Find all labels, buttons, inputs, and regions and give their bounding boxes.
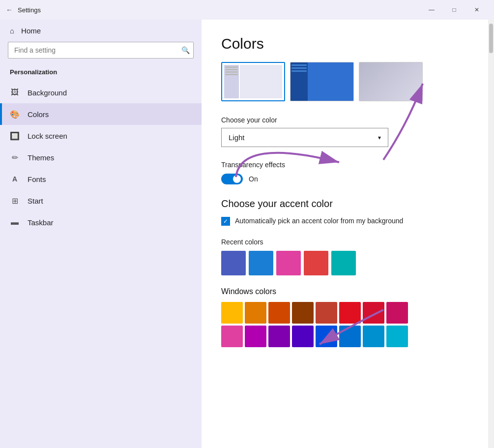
sidebar-item-fonts[interactable]: A Fonts xyxy=(0,168,202,190)
auto-accent-row: ✓ Automatically pick an accent color fro… xyxy=(221,216,474,226)
start-label: Start xyxy=(28,197,43,205)
auto-accent-checkbox[interactable]: ✓ xyxy=(221,217,230,226)
recent-color-0[interactable] xyxy=(221,251,246,275)
win-color-5[interactable] xyxy=(339,302,361,324)
themes-icon: ✏ xyxy=(10,152,20,162)
color-dropdown-value: Light xyxy=(229,133,245,142)
lockscreen-label: Lock screen xyxy=(28,132,67,140)
win-color-7[interactable] xyxy=(386,302,408,324)
colors-label: Colors xyxy=(28,110,49,119)
app-title: Settings xyxy=(18,6,420,14)
sidebar-home[interactable]: ⌂ Home xyxy=(0,20,202,42)
back-button[interactable]: ← xyxy=(6,6,13,14)
win-color-8[interactable] xyxy=(221,326,243,347)
win-color-9[interactable] xyxy=(245,326,266,347)
win-color-6[interactable] xyxy=(363,302,384,324)
win-color-0[interactable] xyxy=(221,302,243,324)
checkmark-icon: ✓ xyxy=(223,218,228,225)
win-color-15[interactable] xyxy=(386,326,408,347)
taskbar-label: Taskbar xyxy=(28,218,54,227)
chevron-down-icon: ▾ xyxy=(378,134,381,141)
sidebar-search-container: 🔍 xyxy=(8,42,194,59)
themes-label: Themes xyxy=(28,153,54,162)
close-button[interactable]: ✕ xyxy=(465,0,488,20)
win-color-1[interactable] xyxy=(245,302,266,324)
windows-colors-label: Windows colors xyxy=(221,287,474,296)
win-color-11[interactable] xyxy=(292,326,314,347)
background-label: Background xyxy=(28,89,67,97)
sidebar-item-themes[interactable]: ✏ Themes xyxy=(0,147,202,168)
accent-color-title: Choose your accent color xyxy=(221,198,474,209)
fonts-label: Fonts xyxy=(28,175,46,183)
theme-preview-dark[interactable] xyxy=(290,62,354,101)
toggle-on-label: On xyxy=(249,175,258,183)
color-dropdown[interactable]: Light ▾ xyxy=(221,128,388,147)
fonts-icon: A xyxy=(10,174,20,184)
theme-preview-custom[interactable] xyxy=(359,62,423,101)
lockscreen-icon: 🔲 xyxy=(10,131,20,141)
home-icon: ⌂ xyxy=(10,27,14,35)
recent-color-2[interactable] xyxy=(276,251,301,275)
toggle-knob xyxy=(233,175,241,183)
recent-colors-swatches xyxy=(221,251,474,275)
sidebar-item-lockscreen[interactable]: 🔲 Lock screen xyxy=(0,125,202,147)
transparency-section: Transparency effects On xyxy=(221,161,474,184)
sidebar-item-colors[interactable]: 🎨 Colors xyxy=(0,103,202,125)
win-color-12[interactable] xyxy=(316,326,337,347)
win-color-10[interactable] xyxy=(268,326,290,347)
theme-previews xyxy=(221,62,474,101)
sidebar-item-start[interactable]: ⊞ Start xyxy=(0,190,202,211)
windows-colors-row2 xyxy=(221,326,474,347)
sidebar-section-title: Personalization xyxy=(0,66,202,82)
start-icon: ⊞ xyxy=(10,196,20,206)
recent-color-3[interactable] xyxy=(304,251,328,275)
sidebar-item-background[interactable]: 🖼 Background xyxy=(0,82,202,103)
win-color-3[interactable] xyxy=(292,302,314,324)
win-color-4[interactable] xyxy=(316,302,337,324)
recent-color-1[interactable] xyxy=(249,251,273,275)
taskbar-icon: ▬ xyxy=(10,217,20,227)
windows-colors-row1 xyxy=(221,302,474,324)
scrollbar-thumb[interactable] xyxy=(489,24,493,53)
sidebar: ⌂ Home 🔍 Personalization 🖼 Background 🎨 … xyxy=(0,20,202,448)
sidebar-item-taskbar[interactable]: ▬ Taskbar xyxy=(0,211,202,233)
page-title: Colors xyxy=(221,35,474,52)
transparency-label: Transparency effects xyxy=(221,161,474,169)
win-color-2[interactable] xyxy=(268,302,290,324)
auto-accent-label: Automatically pick an accent color from … xyxy=(235,216,403,226)
titlebar: ← Settings — □ ✕ xyxy=(0,0,494,20)
main-layout: ⌂ Home 🔍 Personalization 🖼 Background 🎨 … xyxy=(0,20,494,448)
maximize-button[interactable]: □ xyxy=(443,0,465,20)
theme-preview-light[interactable] xyxy=(221,62,285,101)
background-icon: 🖼 xyxy=(10,88,20,97)
search-input[interactable] xyxy=(8,42,194,59)
transparency-toggle-row: On xyxy=(221,174,474,184)
colors-icon: 🎨 xyxy=(10,109,20,119)
scrollbar-track xyxy=(488,20,494,448)
win-color-13[interactable] xyxy=(339,326,361,347)
window-controls: — □ ✕ xyxy=(420,0,488,20)
search-button[interactable]: 🔍 xyxy=(181,46,190,54)
win-color-14[interactable] xyxy=(363,326,384,347)
home-label: Home xyxy=(21,27,41,35)
transparency-toggle[interactable] xyxy=(221,174,243,184)
recent-colors-label: Recent colors xyxy=(221,238,474,246)
choose-color-label: Choose your color xyxy=(221,116,474,124)
minimize-button[interactable]: — xyxy=(420,0,443,20)
content-area: Colors xyxy=(202,20,494,448)
recent-color-4[interactable] xyxy=(331,251,356,275)
